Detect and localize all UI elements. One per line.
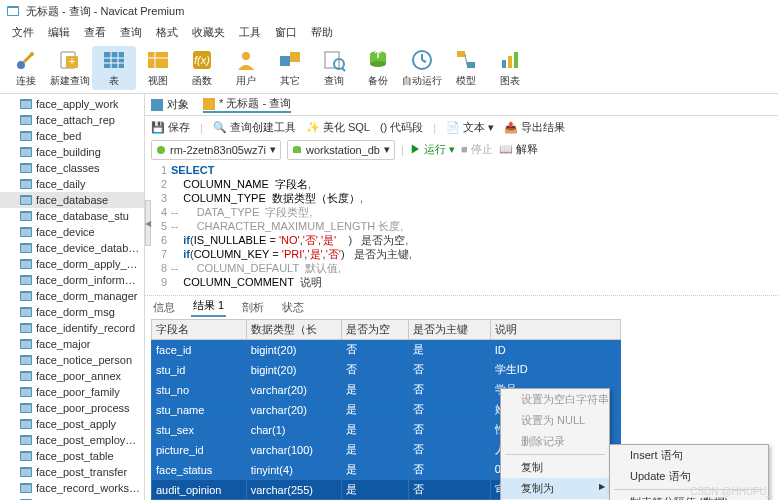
- database-dropdown[interactable]: workstation_db ▾: [287, 140, 395, 160]
- table-item-face_poor_family[interactable]: face_poor_family: [0, 384, 144, 400]
- table-item-face_dorm_information[interactable]: face_dorm_information: [0, 272, 144, 288]
- toolbar-user-button[interactable]: 用户: [224, 46, 268, 90]
- query-command-bar: 💾 保存 | 🔍 查询创建工具 ✨ 美化 SQL () 代码段 | 📄 文本 ▾…: [145, 116, 778, 138]
- code-segment-button[interactable]: () 代码段: [380, 120, 423, 135]
- ctx-item: 设置为 NULL: [501, 410, 609, 431]
- stop-button[interactable]: ■ 停止: [461, 142, 493, 157]
- svg-rect-36: [203, 98, 215, 110]
- server-dropdown[interactable]: rm-2zetn83n05wz7i ▾: [151, 140, 281, 160]
- ctx-item[interactable]: Update 语句: [610, 466, 768, 487]
- column-header[interactable]: 是否为空: [341, 320, 408, 340]
- column-header[interactable]: 字段名: [152, 320, 247, 340]
- explain-button[interactable]: 📖 解释: [499, 142, 538, 157]
- table-item-face_classes[interactable]: face_classes: [0, 160, 144, 176]
- toolbar-auto-button[interactable]: 自动运行: [400, 46, 444, 90]
- run-button[interactable]: ▶ 运行 ▾: [410, 142, 455, 157]
- toolbar-connect-button[interactable]: 连接: [4, 46, 48, 90]
- ctx-item[interactable]: Insert 语句: [610, 445, 768, 466]
- table-item-face_building[interactable]: face_building: [0, 144, 144, 160]
- beautify-sql-button[interactable]: ✨ 美化 SQL: [306, 120, 370, 135]
- menu-窗口[interactable]: 窗口: [269, 23, 303, 42]
- toolbar-other-button[interactable]: 其它: [268, 46, 312, 90]
- table-item-face_poor_annex[interactable]: face_poor_annex: [0, 368, 144, 384]
- menu-帮助[interactable]: 帮助: [305, 23, 339, 42]
- func-icon: f(x): [190, 48, 214, 72]
- table-item-face_dorm_msg[interactable]: face_dorm_msg: [0, 304, 144, 320]
- table-icon: [20, 483, 32, 493]
- table-item-face_major[interactable]: face_major: [0, 336, 144, 352]
- table-item-face_dorm_apply_file[interactable]: face_dorm_apply_file: [0, 256, 144, 272]
- table-item-face_bed[interactable]: face_bed: [0, 128, 144, 144]
- sql-editor[interactable]: 123456789 SELECT COLUMN_NAME 字段名, COLUMN…: [145, 161, 778, 296]
- result-row[interactable]: stu_idbigint(20)否否学生ID: [152, 360, 621, 380]
- text-view-button[interactable]: 📄 文本 ▾: [446, 120, 494, 135]
- table-item-face_identify_record[interactable]: face_identify_record: [0, 320, 144, 336]
- table-item-face_post_apply[interactable]: face_post_apply: [0, 416, 144, 432]
- toolbar-view-button[interactable]: 视图: [136, 46, 180, 90]
- table-icon: [20, 339, 32, 349]
- svg-text:f(x): f(x): [194, 54, 210, 66]
- table-item-face_dorm_manager[interactable]: face_dorm_manager: [0, 288, 144, 304]
- toolbar-backup-button[interactable]: 备份: [356, 46, 400, 90]
- table-item-face_database_stu[interactable]: face_database_stu: [0, 208, 144, 224]
- table-icon: [20, 115, 32, 125]
- window-title: 无标题 - 查询 - Navicat Premium: [26, 4, 184, 19]
- table-item-face_post_transfer[interactable]: face_post_transfer: [0, 464, 144, 480]
- subtab-状态[interactable]: 状态: [280, 298, 306, 317]
- table-item-face_device_database[interactable]: face_device_database: [0, 240, 144, 256]
- column-header[interactable]: 是否为主键: [409, 320, 490, 340]
- table-icon: [20, 323, 32, 333]
- svg-point-3: [30, 52, 34, 56]
- table-item-face_daily[interactable]: face_daily: [0, 176, 144, 192]
- query-builder-button[interactable]: 🔍 查询创建工具: [213, 120, 296, 135]
- svg-line-22: [342, 68, 345, 71]
- table-item-face_poor_process[interactable]: face_poor_process: [0, 400, 144, 416]
- table-icon: [20, 403, 32, 413]
- toolbar-func-button[interactable]: f(x)函数: [180, 46, 224, 90]
- column-header[interactable]: 数据类型（长: [246, 320, 341, 340]
- menu-查询[interactable]: 查询: [114, 23, 148, 42]
- toolbar-table-button[interactable]: 表: [92, 46, 136, 90]
- context-menu[interactable]: 设置为空白字符串设置为 NULL删除记录复制复制为▶粘贴显示▶: [500, 388, 610, 500]
- export-result-button[interactable]: 📤 导出结果: [504, 120, 565, 135]
- ctx-item[interactable]: 复制为▶: [501, 478, 609, 499]
- toolbar-query-button[interactable]: 查询: [312, 46, 356, 90]
- table-icon: [20, 131, 32, 141]
- chart-icon: [498, 48, 522, 72]
- save-button[interactable]: 💾 保存: [151, 120, 190, 135]
- table-item-face_post_employmen[interactable]: face_post_employmen: [0, 432, 144, 448]
- ctx-item[interactable]: 复制: [501, 457, 609, 478]
- table-icon: [20, 387, 32, 397]
- subtab-剖析[interactable]: 剖析: [240, 298, 266, 317]
- menu-文件[interactable]: 文件: [6, 23, 40, 42]
- svg-rect-29: [457, 51, 465, 57]
- toolbar-chart-button[interactable]: 图表: [488, 46, 532, 90]
- column-header[interactable]: 说明: [490, 320, 620, 340]
- table-item-face_apply_work[interactable]: face_apply_work: [0, 96, 144, 112]
- menu-收藏夹[interactable]: 收藏夹: [186, 23, 231, 42]
- svg-rect-32: [502, 60, 506, 68]
- doc-tab[interactable]: * 无标题 - 查询: [203, 96, 291, 113]
- table-icon: [20, 211, 32, 221]
- table-list-sidebar[interactable]: face_apply_workface_attach_repface_bedfa…: [0, 94, 145, 500]
- table-item-face_notice_person[interactable]: face_notice_person: [0, 352, 144, 368]
- table-icon: [20, 435, 32, 445]
- menu-工具[interactable]: 工具: [233, 23, 267, 42]
- toolbar-newquery-button[interactable]: +新建查询: [48, 46, 92, 90]
- toolbar-model-button[interactable]: 模型: [444, 46, 488, 90]
- table-item-face_repair_note[interactable]: face_repair_note: [0, 496, 144, 500]
- table-icon: [20, 451, 32, 461]
- doc-tab[interactable]: 对象: [151, 97, 189, 112]
- table-item-face_record_workstudy[interactable]: face_record_workstudy: [0, 480, 144, 496]
- menu-编辑[interactable]: 编辑: [42, 23, 76, 42]
- subtab-信息[interactable]: 信息: [151, 298, 177, 317]
- menu-查看[interactable]: 查看: [78, 23, 112, 42]
- result-row[interactable]: face_idbigint(20)否是ID: [152, 340, 621, 360]
- menu-格式[interactable]: 格式: [150, 23, 184, 42]
- table-icon: [20, 99, 32, 109]
- table-item-face_post_table[interactable]: face_post_table: [0, 448, 144, 464]
- table-item-face_device[interactable]: face_device: [0, 224, 144, 240]
- table-item-face_attach_rep[interactable]: face_attach_rep: [0, 112, 144, 128]
- table-item-face_database[interactable]: face_database: [0, 192, 144, 208]
- subtab-结果 1[interactable]: 结果 1: [191, 296, 226, 317]
